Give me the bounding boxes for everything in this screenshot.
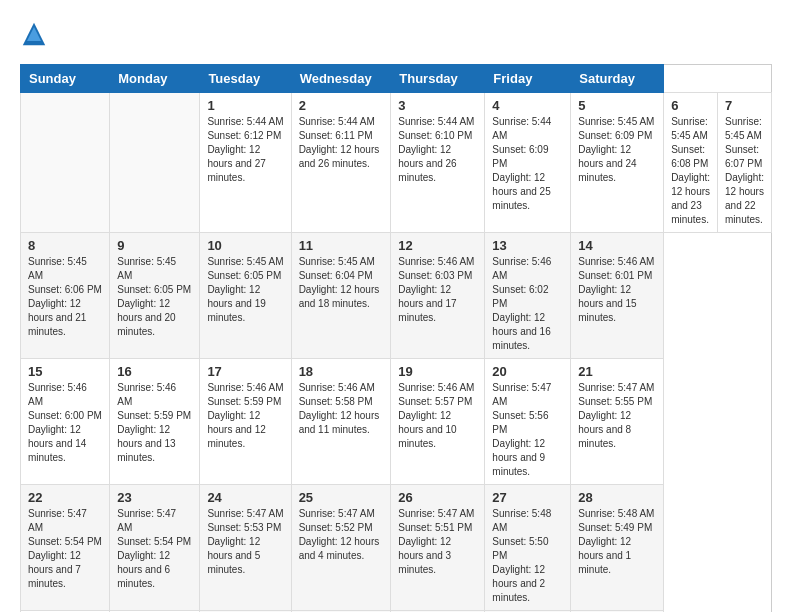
- day-number: 14: [578, 238, 656, 253]
- daylight: Daylight: 12 hours and 23 minutes.: [671, 172, 710, 225]
- weekday-header: Sunday: [21, 65, 110, 93]
- sunset: Sunset: 5:57 PM: [398, 396, 472, 407]
- sunrise: Sunrise: 5:46 AM: [207, 382, 283, 393]
- calendar-week-row: 15 Sunrise: 5:46 AM Sunset: 6:00 PM Dayl…: [21, 359, 772, 485]
- day-info: Sunrise: 5:46 AM Sunset: 6:02 PM Dayligh…: [492, 255, 563, 353]
- daylight: Daylight: 12 hours and 10 minutes.: [398, 410, 456, 449]
- daylight: Daylight: 12 hours and 14 minutes.: [28, 424, 86, 463]
- day-number: 20: [492, 364, 563, 379]
- sunset: Sunset: 6:08 PM: [671, 144, 708, 169]
- sunset: Sunset: 6:03 PM: [398, 270, 472, 281]
- logo: [20, 20, 52, 48]
- calendar-day-cell: 14 Sunrise: 5:46 AM Sunset: 6:01 PM Dayl…: [571, 233, 664, 359]
- day-info: Sunrise: 5:48 AM Sunset: 5:49 PM Dayligh…: [578, 507, 656, 577]
- sunset: Sunset: 5:56 PM: [492, 410, 548, 435]
- day-info: Sunrise: 5:45 AM Sunset: 6:05 PM Dayligh…: [207, 255, 283, 325]
- day-info: Sunrise: 5:45 AM Sunset: 6:07 PM Dayligh…: [725, 115, 764, 227]
- day-number: 2: [299, 98, 384, 113]
- sunset: Sunset: 5:49 PM: [578, 522, 652, 533]
- sunset: Sunset: 6:04 PM: [299, 270, 373, 281]
- day-number: 10: [207, 238, 283, 253]
- sunset: Sunset: 5:58 PM: [299, 396, 373, 407]
- sunset: Sunset: 6:10 PM: [398, 130, 472, 141]
- daylight: Daylight: 12 hours and 22 minutes.: [725, 172, 764, 225]
- calendar-day-cell: 13 Sunrise: 5:46 AM Sunset: 6:02 PM Dayl…: [485, 233, 571, 359]
- day-info: Sunrise: 5:46 AM Sunset: 6:01 PM Dayligh…: [578, 255, 656, 325]
- sunrise: Sunrise: 5:47 AM: [207, 508, 283, 519]
- calendar-day-cell: [110, 93, 200, 233]
- sunset: Sunset: 6:06 PM: [28, 284, 102, 295]
- daylight: Daylight: 12 hours and 26 minutes.: [299, 144, 380, 169]
- daylight: Daylight: 12 hours and 21 minutes.: [28, 298, 86, 337]
- sunset: Sunset: 5:55 PM: [578, 396, 652, 407]
- day-info: Sunrise: 5:46 AM Sunset: 5:59 PM Dayligh…: [207, 381, 283, 451]
- sunset: Sunset: 6:05 PM: [117, 284, 191, 295]
- sunset: Sunset: 6:02 PM: [492, 284, 548, 309]
- sunset: Sunset: 5:54 PM: [28, 536, 102, 547]
- daylight: Daylight: 12 hours and 20 minutes.: [117, 298, 175, 337]
- weekday-header: Thursday: [391, 65, 485, 93]
- daylight: Daylight: 12 hours and 2 minutes.: [492, 564, 545, 603]
- sunset: Sunset: 6:05 PM: [207, 270, 281, 281]
- calendar-day-cell: 19 Sunrise: 5:46 AM Sunset: 5:57 PM Dayl…: [391, 359, 485, 485]
- sunset: Sunset: 6:01 PM: [578, 270, 652, 281]
- day-number: 22: [28, 490, 102, 505]
- daylight: Daylight: 12 hours and 13 minutes.: [117, 424, 175, 463]
- calendar-week-row: 22 Sunrise: 5:47 AM Sunset: 5:54 PM Dayl…: [21, 485, 772, 611]
- day-number: 3: [398, 98, 477, 113]
- day-number: 23: [117, 490, 192, 505]
- day-number: 25: [299, 490, 384, 505]
- calendar-day-cell: 11 Sunrise: 5:45 AM Sunset: 6:04 PM Dayl…: [291, 233, 391, 359]
- daylight: Daylight: 12 hours and 24 minutes.: [578, 144, 636, 183]
- sunrise: Sunrise: 5:47 AM: [117, 508, 176, 533]
- calendar-day-cell: 18 Sunrise: 5:46 AM Sunset: 5:58 PM Dayl…: [291, 359, 391, 485]
- calendar-day-cell: 3 Sunrise: 5:44 AM Sunset: 6:10 PM Dayli…: [391, 93, 485, 233]
- day-number: 6: [671, 98, 710, 113]
- sunrise: Sunrise: 5:46 AM: [492, 256, 551, 281]
- day-info: Sunrise: 5:45 AM Sunset: 6:08 PM Dayligh…: [671, 115, 710, 227]
- sunrise: Sunrise: 5:46 AM: [299, 382, 375, 393]
- calendar-day-cell: 7 Sunrise: 5:45 AM Sunset: 6:07 PM Dayli…: [718, 93, 772, 233]
- sunrise: Sunrise: 5:47 AM: [299, 508, 375, 519]
- weekday-header: Friday: [485, 65, 571, 93]
- calendar-day-cell: 28 Sunrise: 5:48 AM Sunset: 5:49 PM Dayl…: [571, 485, 664, 611]
- sunset: Sunset: 6:12 PM: [207, 130, 281, 141]
- calendar-day-cell: 22 Sunrise: 5:47 AM Sunset: 5:54 PM Dayl…: [21, 485, 110, 611]
- sunrise: Sunrise: 5:44 AM: [492, 116, 551, 141]
- sunrise: Sunrise: 5:46 AM: [117, 382, 176, 407]
- day-number: 16: [117, 364, 192, 379]
- daylight: Daylight: 12 hours and 11 minutes.: [299, 410, 380, 435]
- daylight: Daylight: 12 hours and 25 minutes.: [492, 172, 550, 211]
- day-info: Sunrise: 5:45 AM Sunset: 6:09 PM Dayligh…: [578, 115, 656, 185]
- day-info: Sunrise: 5:46 AM Sunset: 5:58 PM Dayligh…: [299, 381, 384, 437]
- calendar-day-cell: 15 Sunrise: 5:46 AM Sunset: 6:00 PM Dayl…: [21, 359, 110, 485]
- calendar-day-cell: 6 Sunrise: 5:45 AM Sunset: 6:08 PM Dayli…: [664, 93, 718, 233]
- sunset: Sunset: 5:54 PM: [117, 536, 191, 547]
- sunrise: Sunrise: 5:47 AM: [28, 508, 87, 533]
- calendar-day-cell: 1 Sunrise: 5:44 AM Sunset: 6:12 PM Dayli…: [200, 93, 291, 233]
- sunrise: Sunrise: 5:44 AM: [207, 116, 283, 127]
- daylight: Daylight: 12 hours and 18 minutes.: [299, 284, 380, 309]
- sunrise: Sunrise: 5:47 AM: [398, 508, 474, 519]
- calendar-day-cell: 27 Sunrise: 5:48 AM Sunset: 5:50 PM Dayl…: [485, 485, 571, 611]
- sunset: Sunset: 5:51 PM: [398, 522, 472, 533]
- day-number: 9: [117, 238, 192, 253]
- sunset: Sunset: 5:52 PM: [299, 522, 373, 533]
- daylight: Daylight: 12 hours and 1 minute.: [578, 536, 631, 575]
- day-number: 27: [492, 490, 563, 505]
- day-info: Sunrise: 5:46 AM Sunset: 6:03 PM Dayligh…: [398, 255, 477, 325]
- day-info: Sunrise: 5:45 AM Sunset: 6:06 PM Dayligh…: [28, 255, 102, 339]
- day-info: Sunrise: 5:47 AM Sunset: 5:56 PM Dayligh…: [492, 381, 563, 479]
- day-number: 24: [207, 490, 283, 505]
- day-info: Sunrise: 5:44 AM Sunset: 6:10 PM Dayligh…: [398, 115, 477, 185]
- day-info: Sunrise: 5:46 AM Sunset: 5:59 PM Dayligh…: [117, 381, 192, 465]
- day-info: Sunrise: 5:47 AM Sunset: 5:54 PM Dayligh…: [117, 507, 192, 591]
- sunrise: Sunrise: 5:44 AM: [299, 116, 375, 127]
- calendar-day-cell: [21, 93, 110, 233]
- calendar-day-cell: 25 Sunrise: 5:47 AM Sunset: 5:52 PM Dayl…: [291, 485, 391, 611]
- daylight: Daylight: 12 hours and 8 minutes.: [578, 410, 631, 449]
- day-number: 21: [578, 364, 656, 379]
- calendar-day-cell: 17 Sunrise: 5:46 AM Sunset: 5:59 PM Dayl…: [200, 359, 291, 485]
- day-info: Sunrise: 5:45 AM Sunset: 6:05 PM Dayligh…: [117, 255, 192, 339]
- day-info: Sunrise: 5:44 AM Sunset: 6:12 PM Dayligh…: [207, 115, 283, 185]
